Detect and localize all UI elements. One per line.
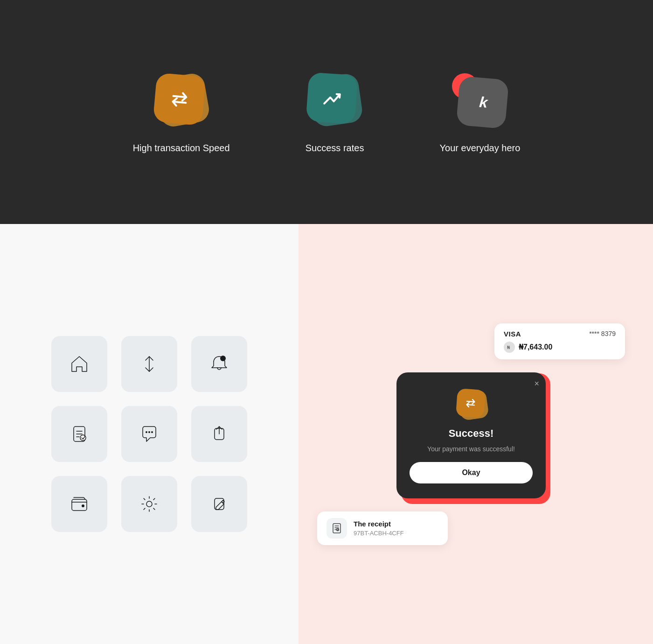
svg-rect-10 (333, 524, 340, 533)
receipt-text-wrap: The receipt 97BT-ACBH-4CFF (354, 520, 404, 537)
everyday-hero-icon-wrap: k (450, 71, 510, 132)
blob-dark: k (456, 76, 509, 129)
svg-text:₦: ₦ (507, 345, 510, 350)
feature-everyday-hero: k Your everyday hero (440, 71, 521, 154)
home-icon (69, 354, 90, 374)
okay-button[interactable]: Okay (410, 462, 533, 483)
blob-front (153, 72, 206, 126)
naira-icon: ₦ (506, 344, 513, 350)
visa-amount: ₦7,643.00 (519, 343, 552, 351)
transaction-speed-label: High transaction Speed (133, 143, 230, 154)
top-section: High transaction Speed Success rates k Y… (0, 0, 653, 224)
svg-point-2 (80, 435, 86, 441)
visa-card-widget: VISA **** 8379 ₦ ₦7,643.00 (494, 323, 625, 359)
receipt-icon (331, 523, 342, 534)
chart-icon (320, 86, 343, 110)
receipt-icon-wrap (326, 518, 347, 539)
transfer-icon (139, 354, 160, 374)
settings-icon-cell[interactable] (121, 476, 177, 532)
notification-icon (209, 354, 229, 374)
success-modal-wrap: × Success! Your payment was successful! … (396, 372, 555, 498)
notification-icon-cell[interactable] (191, 336, 247, 392)
document-icon-cell[interactable] (51, 406, 107, 462)
receipt-title: The receipt (354, 520, 404, 528)
chat-icon-cell[interactable] (121, 406, 177, 462)
share-icon-cell[interactable] (191, 406, 247, 462)
close-icon[interactable]: × (534, 379, 539, 389)
svg-point-5 (151, 431, 153, 433)
svg-point-7 (82, 504, 84, 507)
success-rates-label: Success rates (306, 143, 364, 154)
share-icon (209, 424, 229, 444)
receipt-widget: The receipt 97BT-ACBH-4CFF (317, 511, 448, 545)
modal-blob-front (456, 388, 486, 418)
home-icon-cell[interactable] (51, 336, 107, 392)
transfer-icon-cell[interactable] (121, 336, 177, 392)
edit-icon (209, 494, 229, 514)
visa-amount-icon: ₦ (504, 342, 515, 353)
chat-icon (139, 424, 160, 444)
blob-front-teal (306, 72, 358, 124)
settings-icon (139, 494, 160, 514)
bottom-right-panel: VISA **** 8379 ₦ ₦7,643.00 × (299, 224, 653, 644)
arrows-icon (167, 87, 191, 111)
bottom-section: VISA **** 8379 ₦ ₦7,643.00 × (0, 224, 653, 644)
modal-arrows-icon (464, 396, 478, 410)
success-modal-subtitle: Your payment was successful! (427, 445, 515, 453)
wallet-icon-cell[interactable] (51, 476, 107, 532)
success-rates-icon-wrap (305, 71, 365, 132)
svg-rect-6 (72, 499, 87, 511)
everyday-hero-label: Your everyday hero (440, 143, 521, 154)
modal-icon-wrap (455, 387, 487, 420)
success-modal-title: Success! (449, 427, 494, 440)
svg-point-8 (146, 501, 152, 507)
svg-point-3 (146, 431, 147, 433)
visa-amount-row: ₦ ₦7,643.00 (504, 342, 616, 353)
transaction-speed-icon-wrap (151, 71, 212, 132)
success-modal: × Success! Your payment was successful! … (396, 372, 546, 498)
icons-grid (51, 336, 247, 532)
receipt-code: 97BT-ACBH-4CFF (354, 530, 404, 537)
k-letter: k (477, 93, 488, 112)
bottom-left-panel (0, 224, 299, 644)
visa-brand: VISA (504, 330, 521, 338)
visa-top-row: VISA **** 8379 (504, 330, 616, 338)
visa-number: **** 8379 (589, 330, 616, 337)
svg-point-4 (148, 431, 150, 433)
feature-transaction-speed: High transaction Speed (133, 71, 230, 154)
document-icon (69, 424, 90, 444)
svg-point-0 (220, 356, 226, 361)
feature-success-rates: Success rates (305, 71, 365, 154)
edit-icon-cell[interactable] (191, 476, 247, 532)
wallet-icon (69, 494, 90, 514)
